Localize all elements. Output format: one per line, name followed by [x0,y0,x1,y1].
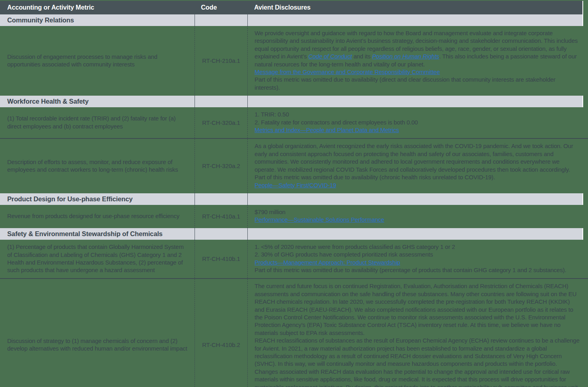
text-segment: 2. Fatality rate for contractors and dir… [255,119,418,126]
disclosure-link[interactable]: Code of Conduct [308,53,352,60]
text-segment: 2. 30% of GHG products have completed pr… [255,251,433,258]
disclosure-link[interactable]: Products—Management Approach: Product St… [255,259,400,266]
metric-text: Description of efforts to assess, monito… [0,139,195,193]
metric-text: (1) Percentage of products that contain … [0,240,195,279]
section-empty-disclosure-cell [247,14,582,26]
section-row-product-design: Product Design for Use-phase Efficiency [0,193,583,205]
row-rt-ch-320a1: (1) Total recordable incident rate (TRIR… [0,107,588,138]
disclosure-paragraph: We provide oversight and guidance with r… [255,30,581,68]
disclosure-paragraph: The current and future focus is on conti… [255,283,581,337]
disclosure-paragraph: 1. TRIR: 0.50 [255,111,581,118]
code-text: RT-CH-410b.2 [195,279,247,387]
row-rt-ch-410a1: Revenue from products designed for use-p… [0,205,588,228]
header-code: Code [195,1,247,14]
metric-text: (1) Total recordable incident rate (TRIR… [0,107,195,138]
section-empty-code-cell [195,96,247,107]
section-title: Safety & Environmental Stewardship of Ch… [0,229,195,239]
metric-text: Revenue from products designed for use-p… [0,205,195,228]
disclosure-link[interactable]: Position on Human Rights [372,53,439,60]
disclosure-paragraph: People—Safety First/COVID-19 [255,182,581,189]
text-segment: Changes associated with REACH data evalu… [255,369,578,387]
disclosure-cell: 1. TRIR: 0.502. Fatality rate for contra… [247,107,588,138]
disclosure-paragraph: 1. <5% of 2020 revenue were from product… [255,243,581,251]
section-empty-disclosure-cell [247,193,582,205]
disclosure-paragraph: Metrics and Index—People and Planet Data… [255,126,581,134]
disclosure-cell: 1. <5% of 2020 revenue were from product… [247,240,588,279]
text-segment: 1. TRIR: 0.50 [255,111,289,118]
metric-text: Discussion of engagement processes to ma… [0,26,195,96]
code-text: RT-CH-210a.1 [195,26,247,96]
text-segment: $790 million [255,209,285,215]
disclosure-paragraph: Performance—Sustainable Solutions Perfor… [255,216,581,224]
code-text: RT-CH-410b.1 [195,240,247,279]
section-title: Community Relations [0,15,195,25]
header-metric: Accounting or Activity Metric [0,2,195,13]
disclosure-paragraph: As a global organization, Avient recogni… [255,142,581,174]
text-segment: As a global organization, Avient recogni… [255,143,573,172]
disclosure-cell: We provide oversight and guidance with r… [247,26,588,96]
code-text: RT-CH-320a.1 [195,107,247,138]
metric-text: Discussion of strategy to (1) manage che… [0,279,195,387]
text-segment: The current and future focus is on conti… [255,283,576,336]
disclosure-paragraph: REACH reclassifications of substances as… [255,337,581,368]
disclosure-cell: As a global organization, Avient recogni… [247,139,588,193]
disclosure-paragraph: 2. Fatality rate for contractors and dir… [255,119,581,126]
table-header-row: Accounting or Activity Metric Code Avien… [0,1,583,14]
disclosure-paragraph: Products—Management Approach: Product St… [255,259,581,267]
row-rt-ch-410b2: Discussion of strategy to (1) manage che… [0,278,588,387]
text-segment: Part of this metric was omitted due to a… [255,267,566,273]
code-text: RT-CH-320a.2 [195,139,247,193]
header-disclosures: Avient Disclosures [247,2,582,13]
disclosure-paragraph: Message from the Governance and Corporat… [255,68,581,76]
disclosure-link[interactable]: Message from the Governance and Corporat… [255,69,440,75]
row-rt-ch-210a1: Discussion of engagement processes to ma… [0,26,588,96]
disclosure-link[interactable]: People—Safety First/COVID-19 [255,182,336,188]
section-empty-disclosure-cell [247,96,582,107]
section-empty-code-cell [195,14,247,26]
disclosure-paragraph: $790 million [255,209,581,216]
text-segment: 1. <5% of 2020 revenue were from product… [255,244,455,250]
section-empty-code-cell [195,193,247,205]
disclosure-cell: $790 millionPerformance—Sustainable Solu… [247,205,588,228]
disclosure-cell: The current and future focus is on conti… [247,279,588,387]
sasb-disclosure-table: Accounting or Activity Metric Code Avien… [0,0,588,387]
section-title: Product Design for Use-phase Efficiency [0,194,195,204]
disclosure-paragraph: Part of this metric was omitted due to a… [255,174,581,181]
disclosure-paragraph: 2. 30% of GHG products have completed pr… [255,251,581,259]
text-segment: and its [352,53,372,60]
disclosure-link[interactable]: Metrics and Index—People and Planet Data… [255,127,399,133]
section-empty-disclosure-cell [247,228,582,240]
section-row-community-relations: Community Relations [0,14,583,26]
section-row-workforce-health-safety: Workforce Health & Safety [0,96,583,107]
section-title: Workforce Health & Safety [0,96,195,106]
disclosure-paragraph: Part of this metric was omitted due to a… [255,76,581,92]
text-segment: Part of this metric was omitted due to a… [255,76,556,90]
row-rt-ch-410b1: (1) Percentage of products that contain … [0,240,588,279]
section-empty-code-cell [195,228,247,240]
row-rt-ch-320a2: Description of efforts to assess, monito… [0,138,588,193]
disclosure-paragraph: Changes associated with REACH data evalu… [255,368,581,387]
text-segment: REACH reclassifications of substances as… [255,337,580,367]
section-row-safety-environmental-stewardship: Safety & Environmental Stewardship of Ch… [0,228,583,240]
disclosure-paragraph: Part of this metric was omitted due to a… [255,267,581,274]
disclosure-link[interactable]: Performance—Sustainable Solutions Perfor… [255,217,384,223]
code-text: RT-CH-410a.1 [195,205,247,228]
text-segment: Part of this metric was omitted due to a… [255,174,495,180]
